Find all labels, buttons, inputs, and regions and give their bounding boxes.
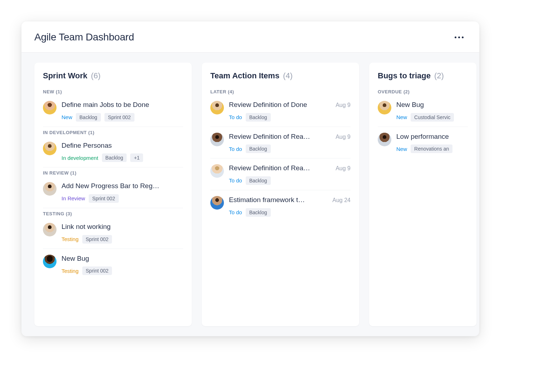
card-tags: To doBacklog: [229, 176, 351, 185]
card-tags: To doBacklog: [229, 208, 351, 217]
avatar: [378, 133, 391, 146]
card-title-row: New Bug: [62, 254, 183, 263]
task-card[interactable]: Review Definition of Rea…Aug 9To doBackl…: [210, 127, 351, 159]
tag-pill[interactable]: Backlog: [246, 144, 271, 153]
header: Agile Team Dashboard: [21, 21, 479, 53]
card-tags: NewRenovations an: [396, 144, 468, 153]
card-body: Review Definition of Rea…Aug 9To doBackl…: [229, 132, 351, 153]
task-card[interactable]: Define PersonasIn developmentBacklog+1: [43, 136, 183, 168]
status-badge: To do: [229, 114, 242, 120]
avatar: [43, 255, 57, 268]
task-card[interactable]: Estimation framework t…Aug 24To doBacklo…: [210, 190, 351, 222]
card-title-row: Define main Jobs to be Done: [62, 100, 183, 109]
card-title: Review Definition of Rea…: [229, 163, 310, 173]
card-tags: TestingSprint 002: [62, 266, 183, 275]
card-body: Add New Progress Bar to Reg…In ReviewSpr…: [62, 181, 183, 203]
status-badge: To do: [229, 146, 242, 152]
card-title-row: Low performance: [396, 132, 468, 141]
tag-pill[interactable]: Backlog: [246, 208, 271, 217]
card-body: New BugTestingSprint 002: [62, 254, 183, 275]
column-header: Bugs to triage(2): [378, 71, 468, 80]
tag-pill[interactable]: Sprint 002: [89, 194, 119, 203]
status-badge: New: [62, 114, 72, 120]
status-badge: Testing: [62, 236, 79, 242]
column-title: Bugs to triage: [378, 71, 431, 80]
card-title: Define main Jobs to be Done: [62, 100, 149, 109]
column-title: Sprint Work: [43, 71, 87, 80]
card-title: Link not working: [62, 222, 111, 231]
card-body: Define main Jobs to be DoneNewBacklogSpr…: [62, 100, 183, 122]
card-title-row: Estimation framework t…Aug 24: [229, 195, 351, 205]
section-label: IN REVIEW (1): [43, 170, 183, 176]
section-label: LATER (4): [210, 89, 351, 94]
task-card[interactable]: New BugTestingSprint 002: [43, 249, 183, 280]
dashboard-window: Agile Team Dashboard Sprint Work(6)NEW (…: [21, 21, 479, 336]
avatar: [210, 101, 224, 114]
tag-pill[interactable]: +1: [130, 153, 143, 162]
card-title-row: New Bug: [396, 100, 468, 109]
tag-pill[interactable]: Backlog: [102, 153, 127, 162]
task-card[interactable]: Review Definition of DoneAug 9To doBackl…: [210, 95, 351, 127]
column-count: (6): [91, 71, 101, 80]
column-title: Team Action Items: [210, 71, 279, 80]
section-label: NEW (1): [43, 89, 183, 94]
task-card[interactable]: Review Definition of Rea…Aug 9To doBackl…: [210, 158, 351, 190]
card-title: Add New Progress Bar to Reg…: [62, 181, 160, 191]
card-date: Aug 24: [332, 197, 351, 204]
status-badge: In development: [62, 155, 98, 161]
tag-pill[interactable]: Custodial Servic: [411, 113, 454, 122]
avatar: [378, 101, 391, 114]
column: Sprint Work(6)NEW (1)Define main Jobs to…: [34, 63, 192, 326]
board: Sprint Work(6)NEW (1)Define main Jobs to…: [21, 53, 479, 336]
avatar: [43, 223, 57, 236]
avatar: [210, 133, 224, 146]
card-body: Review Definition of Rea…Aug 9To doBackl…: [229, 163, 351, 185]
section-label: TESTING (3): [43, 211, 183, 216]
dots-icon: [458, 36, 460, 38]
task-card[interactable]: New BugNewCustodial Servic: [378, 95, 468, 127]
column: Bugs to triage(2)OVERDUE (2)New BugNewCu…: [369, 63, 476, 326]
tag-pill[interactable]: Backlog: [246, 113, 271, 122]
card-title: Review Definition of Rea…: [229, 132, 310, 141]
tag-pill[interactable]: Sprint 002: [104, 113, 134, 122]
tag-pill[interactable]: Sprint 002: [82, 266, 112, 275]
page-title: Agile Team Dashboard: [34, 31, 134, 43]
card-title-row: Review Definition of Rea…Aug 9: [229, 132, 351, 141]
avatar: [210, 196, 224, 210]
task-card[interactable]: Link not workingTestingSprint 002: [43, 217, 183, 249]
card-title-row: Review Definition of DoneAug 9: [229, 100, 351, 109]
card-title-row: Define Personas: [62, 141, 183, 150]
card-title-row: Add New Progress Bar to Reg…: [62, 181, 183, 191]
task-card[interactable]: Add New Progress Bar to Reg…In ReviewSpr…: [43, 176, 183, 208]
section-label: IN DEVELOPMENT (1): [43, 130, 183, 135]
card-body: Estimation framework t…Aug 24To doBacklo…: [229, 195, 351, 217]
card-tags: To doBacklog: [229, 113, 351, 122]
dots-icon: [462, 36, 464, 38]
dots-icon: [455, 36, 456, 38]
card-date: Aug 9: [336, 165, 351, 172]
status-badge: To do: [229, 209, 242, 215]
avatar: [43, 142, 57, 155]
column-count: (2): [434, 71, 444, 80]
card-tags: TestingSprint 002: [62, 235, 183, 244]
task-card[interactable]: Define main Jobs to be DoneNewBacklogSpr…: [43, 95, 183, 127]
status-badge: New: [396, 146, 407, 152]
card-title: Review Definition of Done: [229, 100, 307, 109]
card-tags: NewBacklogSprint 002: [62, 113, 183, 122]
card-tags: To doBacklog: [229, 144, 351, 153]
card-tags: In ReviewSprint 002: [62, 194, 183, 203]
card-title: New Bug: [62, 254, 89, 263]
status-badge: To do: [229, 177, 242, 183]
task-card[interactable]: Low performanceNewRenovations an: [378, 127, 468, 158]
tag-pill[interactable]: Backlog: [246, 176, 271, 185]
card-body: New BugNewCustodial Servic: [396, 100, 468, 122]
avatar: [210, 164, 224, 178]
avatar: [43, 182, 57, 196]
tag-pill[interactable]: Sprint 002: [82, 235, 112, 244]
tag-pill[interactable]: Renovations an: [411, 144, 452, 153]
tag-pill[interactable]: Backlog: [76, 113, 101, 122]
column-count: (4): [283, 71, 293, 80]
card-date: Aug 9: [336, 134, 351, 140]
card-title-row: Link not working: [62, 222, 183, 231]
more-options-button[interactable]: [452, 34, 466, 41]
